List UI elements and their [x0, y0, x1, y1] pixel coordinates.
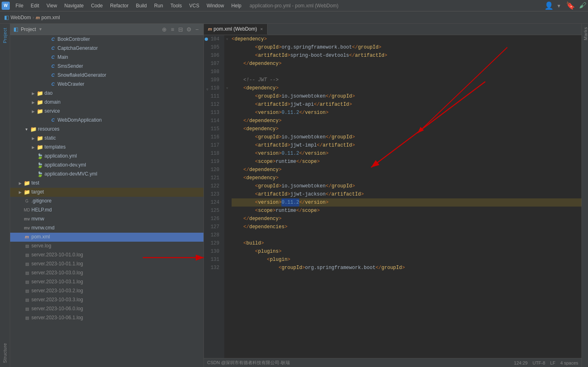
tree-item-mvnw[interactable]: mv mvnw	[10, 215, 203, 224]
vtab-marks[interactable]: Marks	[582, 24, 588, 43]
tree-item-service[interactable]: ▶ 📁 service	[10, 107, 203, 116]
menu-code[interactable]: Code	[88, 2, 106, 9]
tree-item-log6[interactable]: ▤ server.2023-10-03.3.log	[10, 296, 203, 305]
tree-item-bookcont[interactable]: C BookController	[10, 35, 203, 44]
vtab-structure[interactable]: Structure	[1, 339, 9, 367]
menu-build[interactable]: Build	[133, 2, 150, 9]
code-editor[interactable]: <dependency> <groupId>org.springframewor…	[230, 35, 581, 358]
panel-dropdown[interactable]: ▼	[38, 27, 42, 31]
menu-file[interactable]: File	[12, 2, 27, 9]
tree-label: serve.log	[31, 242, 51, 250]
paint-icon[interactable]: 🖌	[579, 1, 586, 10]
tree-label: BookController	[57, 36, 90, 43]
tree-label: server.2023-10-01.1.log	[31, 260, 83, 268]
tab-pomxml[interactable]: m pom.xml (WebDom) ×	[204, 24, 267, 35]
expand-all-icon[interactable]: ≡	[169, 26, 176, 33]
gutter-128: 128	[204, 231, 222, 239]
tab-close-icon[interactable]: ×	[260, 27, 263, 31]
fold-115	[224, 125, 230, 133]
tree-item-target[interactable]: ▶ 📁 target	[10, 188, 203, 197]
tree-label: service	[44, 107, 60, 115]
project-panel: ◧ Project ▼ ⊕ ≡ ⊟ ⚙ − C BookController	[10, 24, 204, 367]
tree-item-main[interactable]: C Main	[10, 53, 203, 62]
tree-label: mvnw	[31, 215, 44, 223]
tree-item-helpmd[interactable]: MD HELP.md	[10, 206, 203, 215]
tree-item-log7[interactable]: ▤ server.2023-10-06.0.log	[10, 305, 203, 314]
code-line-116: <groupId>io.jsonwebtoken</groupId>	[232, 133, 581, 141]
lightbulb-icon[interactable]: 💡	[230, 199, 231, 207]
tree-label: WebCrawler	[57, 80, 84, 88]
tree-item-servelog[interactable]: ▤ serve.log	[10, 242, 203, 251]
fold-120	[224, 166, 230, 174]
tree-item-static[interactable]: ▶ 📁 static	[10, 134, 203, 143]
app-icon: W	[2, 2, 10, 10]
fold-118	[224, 149, 230, 158]
minimize-icon[interactable]: −	[194, 26, 200, 33]
gutter-122: 122	[204, 182, 222, 190]
tree-item-appyml[interactable]: 🍃 application.yml	[10, 152, 203, 161]
collapse-icon[interactable]: ⊟	[177, 26, 184, 33]
tree-item-webdomapp[interactable]: C WebDomApplication	[10, 116, 203, 125]
tree-item-captcha[interactable]: C CaptchaGenerator	[10, 44, 203, 53]
fold-130	[224, 247, 230, 256]
tree-item-webcrawler[interactable]: C WebCrawler	[10, 80, 203, 89]
tree-item-smssender[interactable]: C SmsSender	[10, 62, 203, 71]
tree-item-snowflake[interactable]: C SnowflakeIdGenerator	[10, 71, 203, 80]
fold-110[interactable]: ▿	[224, 84, 230, 92]
project-icon: ◧	[4, 14, 9, 20]
tree-item-appdevmvcyml[interactable]: 🍃 application-devMVC.yml	[10, 170, 203, 179]
gutter-132: 132	[204, 264, 222, 272]
menu-navigate[interactable]: Navigate	[61, 2, 87, 9]
menu-tools[interactable]: Tools	[167, 2, 185, 9]
tree-item-test[interactable]: ▶ 📁 test	[10, 179, 203, 188]
toolbar-right: 👤 ▾ 🔖 🖌	[544, 1, 586, 10]
fold-104[interactable]: ▿	[224, 35, 230, 43]
menu-window[interactable]: Window	[203, 2, 228, 9]
settings-icon[interactable]: ⚙	[186, 26, 192, 33]
tree-item-gitignore[interactable]: G .gitignore	[10, 197, 203, 206]
tree-item-resources[interactable]: ▼ 📁 resources	[10, 125, 203, 134]
gutter-108: 108	[204, 68, 222, 76]
dropdown-icon[interactable]: ▾	[557, 2, 560, 9]
fold-109	[224, 76, 230, 84]
vtab-project[interactable]: Project	[1, 24, 9, 47]
tree-item-log5[interactable]: ▤ server.2023-10-03.2.log	[10, 287, 203, 296]
tree-item-log2[interactable]: ▤ server.2023-10-01.1.log	[10, 260, 203, 269]
panel-title: Project	[21, 27, 36, 32]
tree-item-templates[interactable]: ▶ 📁 templates	[10, 143, 203, 152]
tree-item-pomxml[interactable]: m pom.xml	[10, 233, 203, 242]
tree-item-mvnwcmd[interactable]: mv mvnw.cmd	[10, 224, 203, 233]
user-icon[interactable]: 👤	[544, 1, 553, 10]
menu-edit[interactable]: Edit	[27, 2, 42, 9]
tree-label: application.yml	[44, 152, 77, 160]
code-line-109: <!-- JWT -->	[232, 76, 581, 84]
menu-refactor[interactable]: Refactor	[107, 2, 132, 9]
status-right: 124:29 UTF-8 LF 4 spaces	[514, 360, 578, 365]
tree-item-domain[interactable]: ▶ 📁 domain	[10, 98, 203, 107]
tree-label: server.2023-10-03.0.log	[31, 269, 83, 277]
fold-127	[224, 223, 230, 231]
tree-item-appdevyml[interactable]: 🍃 application-dev.yml	[10, 161, 203, 170]
menu-vcs[interactable]: VCS	[186, 2, 203, 9]
code-line-129: <build>	[232, 239, 581, 247]
menu-view[interactable]: View	[43, 2, 60, 9]
gutter-110: ▿ 110	[204, 84, 222, 92]
code-line-107: </dependency>	[232, 60, 581, 68]
tree-item-log8[interactable]: ▤ server.2023-10-06.1.log	[10, 314, 203, 323]
fold-122	[224, 182, 230, 190]
tree-item-log4[interactable]: ▤ server.2023-10-03.1.log	[10, 278, 203, 287]
tree-item-log1[interactable]: ▤ server.2023-10-01.0.log	[10, 251, 203, 260]
status-bar: CSDN @深圳市有德者科技有限公司-耿瑞 124:29 UTF-8 LF 4 …	[204, 358, 581, 367]
gutter-125: 125	[204, 207, 222, 215]
fold-126	[224, 215, 230, 223]
locate-icon[interactable]: ⊕	[161, 26, 168, 33]
tree-item-log3[interactable]: ▤ server.2023-10-03.0.log	[10, 269, 203, 278]
tree-label: application-dev.yml	[44, 161, 86, 169]
bookmark-icon[interactable]: 🔖	[566, 1, 575, 10]
tree-label: WebDomApplication	[57, 116, 102, 124]
tree-item-dao[interactable]: ▶ 📁 dao	[10, 89, 203, 98]
tree-label: Main	[57, 53, 68, 61]
menu-run[interactable]: Run	[151, 2, 166, 9]
tree-label: mvnw.cmd	[31, 224, 55, 232]
menu-help[interactable]: Help	[228, 2, 245, 9]
